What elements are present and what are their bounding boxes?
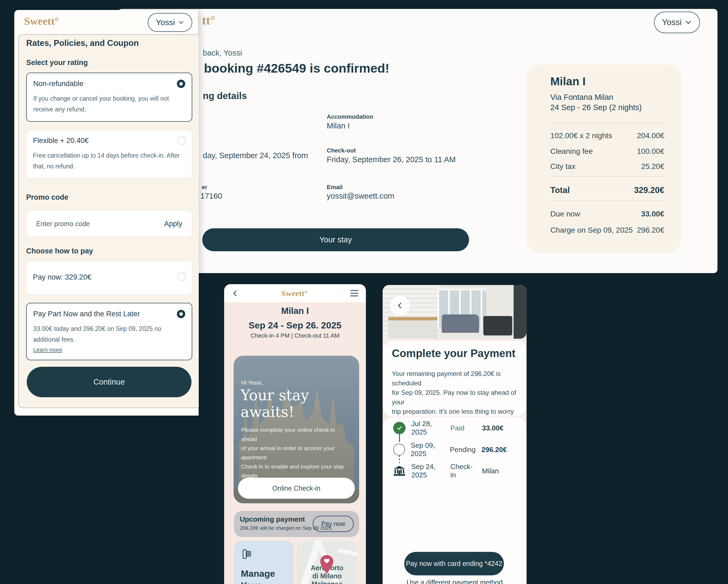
divider — [550, 176, 664, 176]
option-title: Flexible + 20.40€ — [33, 137, 88, 145]
chevron-down-icon — [685, 19, 692, 26]
summary-property-title: Milan I — [550, 75, 664, 88]
different-payment-link[interactable]: Use a different payment method — [383, 579, 526, 584]
line-item: City tax 25.20€ — [550, 162, 664, 171]
pay-option-part-now[interactable]: Pay Part Now and the Rest Later 33.00€ t… — [26, 303, 192, 360]
user-menu-button[interactable]: Yossi — [148, 13, 192, 32]
payment-heading: Complete your Payment — [392, 347, 516, 359]
total-label: Total — [550, 186, 570, 195]
due-now-label: Due now — [550, 210, 580, 218]
apply-promo-button[interactable]: Apply — [164, 220, 182, 228]
due-now-row: Due now 33.00€ — [550, 210, 664, 218]
hero-greeting: Hi Yossi, — [241, 380, 263, 386]
booking-details-heading: ng details — [203, 90, 247, 101]
payment-timeline-card: Jul 28, 2025 Paid 33.00€ Sep 09, 2025 Pe… — [383, 417, 526, 584]
option-description: 33.00€ today and 296.20€ on Sep 09, 2025… — [33, 323, 168, 345]
timeline-status: Paid — [450, 424, 476, 432]
promo-heading: Promo code — [26, 193, 68, 202]
your-stay-button[interactable]: Your stay — [202, 228, 469, 251]
checkout-panel: Sweett° Yossi Rates, Policies, and Coupo… — [14, 10, 199, 416]
phone-value: 17160 — [200, 192, 222, 200]
rating-heading: Select your rating — [26, 59, 88, 67]
timeline-row-paid: Jul 28, 2025 Paid 33.00€ — [393, 420, 503, 436]
welcome-greeting: back, Yossi — [203, 49, 242, 57]
continue-button[interactable]: Continue — [27, 367, 191, 397]
user-menu-label: Yossi — [156, 18, 175, 27]
manage-booking-tile[interactable]: Manage Your — [234, 540, 294, 584]
checkin-value: day, September 24, 2025 from — [203, 151, 308, 160]
user-menu-button[interactable]: Yossi — [654, 11, 700, 33]
mobile-payment-screen: Complete your Payment Your remaining pay… — [383, 285, 526, 584]
checkout-label: Check-out — [327, 147, 356, 154]
map-road — [338, 548, 357, 559]
photo-sofa — [442, 314, 479, 333]
timeline-status: Check-in — [450, 463, 476, 479]
radio-unselected-icon[interactable] — [177, 137, 185, 145]
radio-selected-icon[interactable] — [177, 310, 185, 318]
pay-with-card-button[interactable]: Pay now with card ending *4242 — [404, 552, 504, 575]
hero-title: Your stay awaits! — [241, 387, 309, 420]
line-item-value: 25.20€ — [641, 162, 664, 171]
line-item-label: Cleaning fee — [550, 147, 593, 156]
learn-more-link[interactable]: Learn more — [33, 346, 62, 353]
building-icon — [393, 466, 406, 476]
line-item: Cleaning fee 100.00€ — [550, 147, 664, 156]
mobile-header: Sweett° — [224, 284, 366, 302]
user-menu-label: Yossi — [662, 18, 682, 27]
line-item: 102.00€ x 2 nights 204.00€ — [550, 132, 664, 140]
stay-hero-card: Hi Yossi, Your stay awaits! Please compl… — [234, 356, 359, 503]
timeline-date: Jul 28, 2025 — [411, 420, 445, 436]
email-value: yossit@sweett.com — [327, 192, 394, 200]
photo-shelf — [514, 285, 526, 339]
pay-heading: Choose how to pay — [26, 247, 93, 255]
divider — [550, 200, 664, 201]
stay-dates: Sep 24 - Sep 26. 2025 — [224, 320, 366, 331]
radio-unselected-icon[interactable] — [177, 273, 185, 281]
timeline-amount: 33.00€ — [482, 424, 503, 432]
line-item-value: 100.00€ — [637, 147, 664, 156]
pay-now-button[interactable]: Pay now — [313, 516, 354, 532]
back-chevron-icon — [396, 302, 404, 309]
mobile-stay-screen: Sweett° Milan I Sep 24 - Sep 26. 2025 Ch… — [224, 284, 366, 584]
sweett-logo: Sweett° — [281, 289, 308, 298]
timeline-row-pending: Sep 09, 2025 Pending 296.20€ — [393, 441, 507, 458]
manage-tile-title: Manage Your — [241, 567, 275, 584]
rating-option-flexible[interactable]: Flexible + 20.40€ Free cancellation up t… — [26, 130, 192, 178]
timeline-row-checkin: Sep 24, 2025 Check-in Milan — [393, 463, 499, 479]
rating-option-non-refundable[interactable]: Non-refundable If you change or cancel y… — [26, 73, 192, 122]
line-item-value: 204.00€ — [637, 132, 664, 140]
option-title: Pay Part Now and the Rest Later — [33, 310, 140, 318]
due-now-value: 33.00€ — [641, 210, 664, 218]
checkin-checkout-times: Check-in 4 PM | Check-out 11 AM — [224, 332, 366, 339]
timeline-connector — [399, 434, 400, 442]
phone-label: er — [202, 184, 207, 191]
arrival-guide-tile[interactable]: Aeroporto di Milano Malpensa Arrival Gui… — [297, 540, 357, 584]
pay-option-pay-now[interactable]: Pay now: 329.20€ — [26, 261, 192, 295]
accommodation-label: Accommodation — [327, 113, 373, 120]
checkout-value: Friday, September 26, 2025 to 11 AM — [327, 155, 456, 164]
promo-code-input[interactable]: Enter promo code Apply — [26, 210, 192, 237]
summary-address: Via Fontana Milan — [550, 93, 664, 102]
apartment-photo — [383, 285, 526, 339]
rates-policies-drawer: Rates, Policies, and Coupon Select your … — [18, 34, 199, 408]
line-item-label: 102.00€ x 2 nights — [550, 132, 612, 140]
timeline-date: Sep 09, 2025 — [411, 441, 444, 458]
online-checkin-button[interactable]: Online Check-in — [238, 478, 355, 499]
pending-circle-icon — [393, 444, 405, 455]
booking-confirmation-page: tt° Yossi back, Yossi booking #426549 is… — [118, 9, 718, 273]
total-row: Total 329.20€ — [550, 186, 664, 195]
photo-kitchen-island — [388, 317, 437, 339]
hamburger-menu-icon[interactable] — [350, 288, 358, 298]
back-chevron-icon[interactable] — [232, 290, 239, 297]
summary-dates: 24 Sep - 26 Sep (2 nights) — [550, 103, 664, 112]
map-pin-icon — [319, 555, 334, 574]
building-door-icon — [240, 548, 253, 560]
back-button[interactable] — [390, 296, 410, 315]
confirmation-heading: booking #426549 is confirmed! — [204, 61, 389, 76]
photo-dining-set — [483, 316, 512, 335]
price-summary-card: Milan I Via Fontana Milan 24 Sep - 26 Se… — [526, 64, 681, 253]
radio-selected-icon[interactable] — [177, 80, 185, 88]
option-description: If you change or cancel your booking, yo… — [33, 93, 169, 115]
timeline-date: Sep 24, 2025 — [411, 463, 445, 479]
chevron-down-icon — [178, 20, 184, 25]
